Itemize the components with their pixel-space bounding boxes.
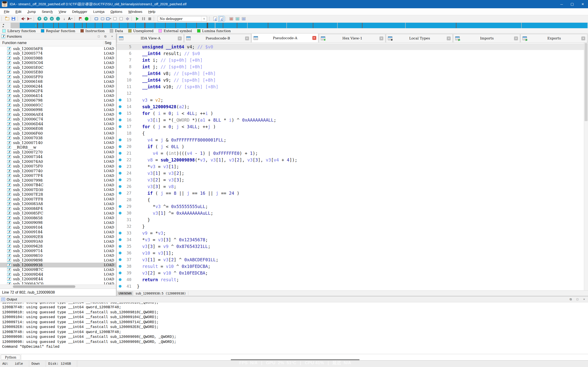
function-row[interactable]: fsub_120005FF0LOAD: [0, 75, 116, 79]
function-row[interactable]: fsub_120005988LOAD: [0, 56, 116, 60]
function-row[interactable]: fsub_120006F60LOAD: [0, 131, 116, 136]
function-row[interactable]: fsub_120007D30LOAD: [0, 187, 116, 192]
function-row[interactable]: fsub_120006E08LOAD: [0, 126, 116, 131]
jump-to-xref-icon[interactable]: →: [55, 16, 61, 22]
breakpoint-dot[interactable]: [117, 158, 124, 161]
breakpoint-dot[interactable]: [117, 185, 124, 188]
function-row[interactable]: fsub_1200083A8LOAD: [0, 202, 116, 206]
jump-to-segment-icon[interactable]: o: [49, 16, 55, 22]
breakpoint-dot[interactable]: [117, 232, 124, 234]
function-row[interactable]: fsub_120006D44LOAD: [0, 122, 116, 126]
navband-scroll-arrows[interactable]: ◄ ►: [0, 23, 10, 28]
breakpoint-dot-icon[interactable]: [119, 185, 121, 188]
function-row[interactable]: fsub_120008658LOAD: [0, 216, 116, 220]
tab-close-icon[interactable]: ✕: [380, 36, 383, 40]
breakpoint-dot[interactable]: [117, 238, 124, 241]
panel-float-icon[interactable]: ⧉: [103, 34, 108, 39]
output-log[interactable]: 120009810: using guessed type __int64 __…: [0, 302, 588, 354]
breakpoint-dot-icon[interactable]: [119, 265, 121, 268]
navband-left-arrow-icon[interactable]: ◄: [2, 23, 4, 25]
breakpoint-dot[interactable]: [117, 152, 124, 155]
function-row[interactable]: fsub_120007FF8LOAD: [0, 197, 116, 202]
minimize-icon[interactable]: ─: [556, 0, 567, 8]
function-row[interactable]: fsub_120006244LOAD: [0, 84, 116, 89]
tab-close-icon[interactable]: ✕: [514, 36, 518, 40]
function-row[interactable]: fsub_120007740LOAD: [0, 169, 116, 173]
code-line[interactable]: 38result = v10 ^ 0x10FEDCBA;: [117, 263, 584, 269]
code-line[interactable]: 23*v3 = v3[1];: [117, 163, 584, 170]
breakpoint-dot-icon[interactable]: [119, 232, 121, 234]
hscroll-thumb[interactable]: [13, 285, 75, 288]
start-debugger-icon[interactable]: [134, 16, 140, 22]
run-to-cursor-icon[interactable]: [83, 16, 90, 22]
debugger-select[interactable]: No debugger∨: [158, 16, 207, 22]
function-row[interactable]: fsub_120009184LOAD: [0, 230, 116, 235]
breakpoint-dot-icon[interactable]: [119, 258, 121, 261]
breakpoint-dot-icon[interactable]: [119, 205, 121, 208]
function-row[interactable]: fsub_1200074A0LOAD: [0, 159, 116, 164]
breakpoint-dot[interactable]: [117, 192, 124, 194]
tab-close-icon[interactable]: ✕: [312, 36, 316, 40]
set-colors-icon[interactable]: [124, 16, 130, 22]
code-line[interactable]: 24v3[1] = v3[2];: [117, 170, 584, 176]
tab-close-icon[interactable]: ✕: [447, 36, 451, 40]
breakpoint-dot-icon[interactable]: [119, 165, 121, 168]
code-line[interactable]: 10__int64 v9; // [sp+8h] [+8h]: [117, 77, 584, 83]
breakpoint-dot[interactable]: [117, 212, 124, 215]
code-line[interactable]: 14sub_120009428(a2);: [117, 103, 584, 110]
function-row[interactable]: fsub_120009B7CLOAD: [0, 267, 116, 272]
code-line[interactable]: 15for ( i = 0; i < 4LL; ++i ): [117, 110, 584, 117]
tab-imports[interactable]: ▶Imports✕: [453, 34, 520, 42]
chevron-down-icon[interactable]: ▼: [24, 18, 26, 20]
code-line[interactable]: 41}: [117, 283, 584, 290]
chevron-down-icon[interactable]: ▼: [71, 18, 73, 20]
python-selector-button[interactable]: Python: [1, 355, 20, 360]
breakpoint-dot[interactable]: [117, 272, 124, 274]
list-window-3-icon[interactable]: [241, 16, 247, 22]
menu-help[interactable]: Help: [145, 8, 158, 15]
jump-down-icon[interactable]: ↓: [61, 16, 67, 22]
function-row[interactable]: fsub_1200077F4LOAD: [0, 173, 116, 178]
function-row[interactable]: fsub_120005C04LOAD: [0, 60, 116, 65]
function-row[interactable]: fsub_12000691CLOAD: [0, 103, 116, 108]
navigate-back-icon[interactable]: ▼: [20, 16, 26, 22]
functions-column-header[interactable]: Function name Seg: [0, 40, 116, 46]
code-line[interactable]: 19v4 = j & 0xFFFFFFFF8000001FLL;: [117, 136, 584, 143]
menu-view[interactable]: View: [56, 8, 69, 15]
text-search-icon[interactable]: A▼: [67, 16, 73, 22]
menu-windows[interactable]: Windows: [125, 8, 145, 15]
code-line[interactable]: 34*v3 = v3[3] ^ 0x12345678;: [117, 236, 584, 243]
code-line[interactable]: 27if ( j == 8 || j == 16 || j == 24 ): [117, 190, 584, 196]
code-line[interactable]: 31}: [117, 216, 584, 223]
menu-jump[interactable]: Jump: [24, 8, 39, 15]
script-command-icon[interactable]: [218, 16, 225, 22]
function-row[interactable]: fsub_1200093A0LOAD: [0, 239, 116, 244]
function-row[interactable]: fsub_120009428LOAD: [0, 244, 116, 249]
function-row[interactable]: fsub_120007998LOAD: [0, 178, 116, 183]
output-close-icon[interactable]: ×: [582, 297, 587, 302]
code-line[interactable]: 26v3[3] = v8;: [117, 183, 584, 190]
function-row[interactable]: fsub_120009D44LOAD: [0, 272, 116, 277]
breakpoint-dot[interactable]: [117, 139, 124, 141]
function-row[interactable]: fsub_120006168LOAD: [0, 79, 116, 84]
menu-debugger[interactable]: Debugger: [69, 8, 90, 15]
breakpoint-dot-icon[interactable]: [119, 272, 121, 274]
code-line[interactable]: 21v4 = (int)(((v4 - 1) | 0xFFFFFFE0) + 1…: [117, 150, 584, 156]
breakpoint-dot-icon[interactable]: [119, 172, 121, 175]
breakpoint-dot[interactable]: [117, 119, 124, 121]
code-line[interactable]: 28{: [117, 196, 584, 203]
menu-search[interactable]: Search: [39, 8, 56, 15]
code-line[interactable]: 18{: [117, 130, 584, 136]
column-segment[interactable]: Seg: [103, 41, 116, 45]
tab-close-icon[interactable]: ✕: [581, 36, 585, 40]
pause-debugger-icon[interactable]: [140, 16, 147, 22]
code-line[interactable]: 33v9 = *v3;: [117, 230, 584, 236]
menu-edit[interactable]: Edit: [12, 8, 24, 15]
breakpoint-dot[interactable]: [117, 245, 124, 248]
function-row[interactable]: fsub_120009898LOAD: [0, 258, 116, 263]
breakpoint-dot[interactable]: [117, 265, 124, 268]
navband-right-arrow-icon[interactable]: ►: [2, 26, 4, 28]
function-row[interactable]: fsub_120007B4CLOAD: [0, 183, 116, 188]
menu-lumina[interactable]: Lumina: [90, 8, 107, 15]
compile-idc-script-icon[interactable]: [212, 16, 218, 22]
